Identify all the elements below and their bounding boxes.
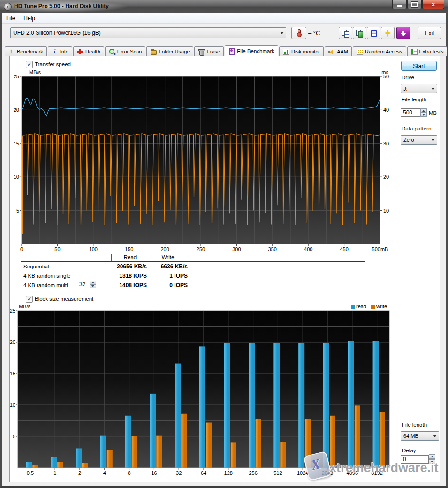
spin-down-button[interactable] [420,113,427,117]
svg-text:5: 5 [13,434,15,439]
svg-text:4096: 4096 [347,470,358,476]
block-size-label: Block size measurement [35,296,93,302]
check-icon: ✓ [27,62,31,67]
read-bar [224,343,230,468]
minimize-button[interactable] [392,0,407,9]
tab-random-access[interactable]: Random Access [353,46,406,56]
chevron-down-icon[interactable] [429,136,437,144]
block-file-length-label: File length [402,422,427,427]
options-button[interactable] [381,27,395,39]
read-bar [249,343,255,468]
block-size-checkbox[interactable]: ✓ [26,296,33,303]
tab-error-scan[interactable]: Error Scan [105,46,146,56]
block-file-length-select[interactable]: 64 MB [401,431,439,441]
tabstrip: BenchmarkInfoHealthError ScanFolder Usag… [2,45,446,56]
write-column-header: Write [149,254,187,260]
svg-text:128: 128 [224,470,233,476]
tab-extra-tests[interactable]: Extra tests [407,46,448,56]
svg-text:1: 1 [53,470,56,476]
file-length-input[interactable]: 500 [401,108,421,117]
close-button[interactable]: × [422,0,444,9]
tab-health[interactable]: Health [73,46,104,56]
temperature-button[interactable] [291,27,306,39]
svg-text:0: 0 [20,246,23,252]
read-bar [26,462,32,468]
spin-up-button[interactable] [429,454,435,459]
device-select-value: UFD 2.0 Silicon-Power16G (16 gB) [11,30,278,36]
device-select[interactable]: UFD 2.0 Silicon-Power16G (16 gB) [10,27,286,38]
svg-text:50: 50 [54,246,60,252]
erase-icon [198,49,205,55]
titlebar[interactable]: HD Tune Pro 5.00 - Hard Disk Utility × [0,0,448,13]
svg-text:300: 300 [232,246,241,252]
file-length-value: 500 [403,109,412,116]
tab-aam[interactable]: AAM [325,46,352,56]
spin-up-button[interactable] [420,108,427,113]
tab-label: Folder Usage [159,49,190,54]
svg-text:2: 2 [78,470,81,476]
save-results-button[interactable] [396,27,410,39]
tab-info[interactable]: Info [48,46,72,56]
tab-label: Erase [206,49,220,54]
info-icon [52,49,58,55]
write-bar [132,436,137,468]
chevron-down-icon[interactable] [431,432,439,440]
svg-text:20: 20 [14,107,19,113]
tab-erase[interactable]: Erase [194,46,224,56]
spin-down-button[interactable] [429,459,435,464]
transfer-speed-label: Transfer speed [35,61,71,67]
exit-button[interactable]: Exit [418,27,441,39]
copy-image-button[interactable] [353,27,366,39]
read-bar [348,341,354,468]
read-bar [323,343,329,468]
tab-folder-usage[interactable]: Folder Usage [146,46,193,56]
maximize-icon [411,2,418,7]
write-bar [181,414,187,468]
write-bar [355,405,360,468]
chevron-down-icon[interactable] [429,84,437,93]
aam-icon [328,49,335,55]
menu-file[interactable]: File [2,14,19,23]
svg-text:2048: 2048 [322,470,333,476]
write-bar [156,436,162,468]
chevron-down-icon[interactable] [278,28,286,38]
tab-label: File Benchmark [237,48,274,54]
delay-input[interactable]: 0 [401,455,429,464]
window-controls: × [392,0,444,9]
extra-tests-icon [411,49,418,55]
tab-label: Info [60,49,68,54]
random-access-icon [357,49,363,55]
drive-select[interactable]: J: [401,84,437,93]
tools-icon [384,30,392,37]
save-icon [371,30,377,37]
write-bar [305,419,311,468]
write-bar [57,462,63,468]
data-pattern-value: Zero [401,137,429,143]
queue-depth-input[interactable]: 32 [77,281,91,288]
copy-text-button[interactable] [339,27,352,39]
tab-label: AAM [337,49,348,54]
svg-text:150: 150 [125,246,133,252]
svg-text:15: 15 [10,371,15,376]
data-pattern-select[interactable]: Zero [401,135,437,145]
tab-benchmark[interactable]: Benchmark [5,46,47,56]
write-bar [231,442,236,468]
tab-file-benchmark[interactable]: File Benchmark [225,45,278,57]
start-button[interactable]: Start [401,61,437,71]
download-icon [400,30,407,37]
check-icon: ✓ [27,297,31,302]
window-title: HD Tune Pro 5.00 - Hard Disk Utility [14,3,109,9]
maximize-button[interactable] [407,0,422,9]
file-benchmark-icon [228,48,235,54]
read-bar [298,343,304,468]
menu-help[interactable]: Help [19,14,39,23]
svg-text:350: 350 [268,246,277,252]
tab-disk-monitor[interactable]: Disk monitor [279,46,324,56]
svg-text:400: 400 [304,246,312,252]
transfer-speed-checkbox[interactable]: ✓ [26,61,33,68]
svg-text:20: 20 [383,174,389,180]
close-icon: × [432,1,435,8]
read-bar [125,416,131,468]
svg-text:4: 4 [103,470,106,476]
save-button[interactable] [367,27,380,39]
